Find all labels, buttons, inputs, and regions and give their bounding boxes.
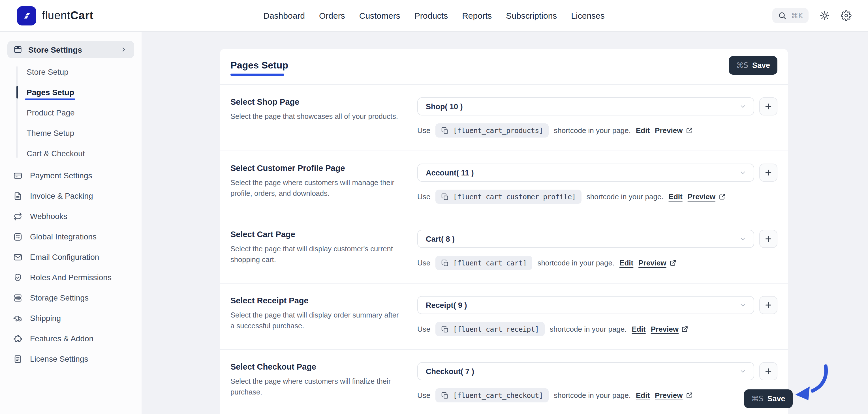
row-title: Select Receipt Page — [230, 296, 404, 305]
add-page-button[interactable] — [759, 230, 777, 248]
select-line: Receipt( 9 ) — [417, 296, 777, 314]
sidebar-sub-item[interactable]: Theme Setup — [17, 123, 142, 143]
nav-item[interactable]: Licenses — [571, 11, 604, 20]
sidebar-sections: Payment Settings Invoice & Packing Webho… — [0, 165, 142, 369]
row-label-column: Select Customer Profile Page Select the … — [230, 164, 417, 204]
brand[interactable]: fluentCart — [0, 6, 93, 25]
shortcode-pill[interactable]: [fluent_cart_cart] — [435, 256, 532, 270]
brand-name-regular: fluent — [42, 9, 70, 22]
row-title: Select Checkout Page — [230, 362, 404, 371]
sidebar-item[interactable]: License Settings — [0, 349, 142, 369]
sidebar-sub-item[interactable]: Pages Setup — [17, 82, 142, 102]
settings-row: Select Receipt Page Select the page that… — [220, 284, 788, 350]
page-select-dropdown[interactable]: Receipt( 9 ) — [417, 296, 754, 314]
add-page-button[interactable] — [759, 164, 777, 182]
selected-page-value: Receipt( 9 ) — [426, 301, 467, 309]
sidebar-item[interactable]: Shipping — [0, 308, 142, 328]
edit-link[interactable]: Edit — [636, 391, 650, 399]
page-select-dropdown[interactable]: Shop( 10 ) — [417, 97, 754, 116]
gear-icon[interactable] — [841, 10, 851, 21]
sidebar-sub-item[interactable]: Product Page — [17, 102, 142, 123]
edit-link[interactable]: Edit — [669, 192, 683, 201]
settings-row: Select Shop Page Select the page that sh… — [220, 85, 788, 151]
row-control-column: Cart( 8 ) Use — [417, 230, 777, 270]
nav-item[interactable]: Customers — [359, 11, 400, 20]
window-bottom-edge — [0, 414, 868, 416]
add-page-button[interactable] — [759, 97, 777, 116]
shortcode-pill[interactable]: [fluent_cart_receipt] — [435, 322, 545, 336]
page-select-dropdown[interactable]: Account( 11 ) — [417, 164, 754, 182]
sidebar-item-store-settings[interactable]: Store Settings — [7, 41, 134, 58]
save-button[interactable]: ⌘S Save — [729, 56, 777, 75]
row-description: Select the page that showcases all of yo… — [230, 111, 400, 122]
navbar-right-cluster: ⌘K — [773, 8, 868, 23]
edit-link[interactable]: Edit — [619, 259, 633, 267]
sidebar-sub-item[interactable]: Store Setup — [17, 62, 142, 82]
row-control-column: Account( 11 ) Use — [417, 164, 777, 204]
selected-page-value: Account( 11 ) — [426, 168, 474, 177]
sun-icon[interactable] — [819, 10, 830, 21]
preview-link[interactable]: Preview — [655, 391, 693, 399]
chevron-down-icon — [739, 169, 747, 177]
shortcode-pill[interactable]: [fluent_cart_products] — [435, 123, 549, 137]
sidebar-sub-item-label: Store Setup — [27, 67, 68, 76]
row-description: Select the page that will display order … — [230, 310, 400, 331]
sidebar-sub-item-label: Pages Setup — [27, 88, 74, 97]
preview-link[interactable]: Preview — [655, 126, 693, 135]
select-line: Account( 11 ) — [417, 164, 777, 182]
use-label: Use — [417, 391, 430, 399]
plus-icon — [764, 367, 773, 376]
sidebar-item[interactable]: Roles And Permissions — [0, 267, 142, 288]
row-title: Select Customer Profile Page — [230, 164, 404, 172]
shortcode-pill[interactable]: [fluent_cart_checkout] — [435, 388, 549, 403]
invoice-icon — [13, 191, 23, 201]
sidebar-item[interactable]: Payment Settings — [0, 165, 142, 186]
sidebar-item[interactable]: Email Configuration — [0, 247, 142, 267]
preview-link[interactable]: Preview — [639, 259, 676, 267]
preview-label: Preview — [639, 259, 666, 267]
preview-label: Preview — [655, 391, 683, 399]
add-page-button[interactable] — [759, 296, 777, 314]
preview-link[interactable]: Preview — [651, 325, 689, 333]
nav-item[interactable]: Reports — [462, 11, 492, 20]
nav-item[interactable]: Dashboard — [263, 11, 305, 20]
curved-arrow-icon — [790, 363, 831, 403]
sidebar-item[interactable]: Webhooks — [0, 206, 142, 226]
chevron-down-icon — [739, 301, 747, 309]
page-select-dropdown[interactable]: Cart( 8 ) — [417, 230, 754, 248]
truck-icon — [13, 313, 23, 323]
nav-item[interactable]: Subscriptions — [506, 11, 557, 20]
fluentcart-logo-icon — [20, 9, 33, 22]
card-header: Pages Setup ⌘S Save — [220, 49, 788, 85]
copy-icon — [441, 127, 449, 134]
sidebar-item[interactable]: Global Integrations — [0, 226, 142, 247]
shortcode-text: [fluent_cart_customer_profile] — [453, 192, 576, 201]
external-link-icon — [685, 127, 693, 134]
sidebar-item-label: Roles And Permissions — [30, 273, 112, 282]
external-link-icon — [669, 259, 677, 266]
floating-save-button[interactable]: ⌘S Save — [744, 389, 793, 408]
license-icon — [13, 354, 23, 364]
add-page-button[interactable] — [759, 362, 777, 380]
row-description: Select the page where customers will fin… — [230, 376, 400, 397]
preview-label: Preview — [655, 126, 683, 135]
edit-link[interactable]: Edit — [632, 325, 646, 333]
edit-link[interactable]: Edit — [636, 126, 650, 135]
sidebar-sub-item-label: Cart & Checkout — [27, 149, 85, 158]
preview-link[interactable]: Preview — [688, 192, 725, 201]
nav-item[interactable]: Orders — [319, 11, 345, 20]
sidebar-item[interactable]: Features & Addon — [0, 328, 142, 349]
sidebar-sub-item[interactable]: Cart & Checkout — [17, 143, 142, 164]
sidebar: Store Settings Store Setup Pages Setup P… — [0, 32, 142, 416]
search-button[interactable]: ⌘K — [773, 8, 809, 23]
sidebar-item[interactable]: Storage Settings — [0, 288, 142, 308]
page-select-dropdown[interactable]: Checkout( 7 ) — [417, 362, 754, 380]
nav-item[interactable]: Products — [414, 11, 448, 20]
external-link-icon — [685, 392, 693, 399]
copy-icon — [441, 193, 449, 201]
sidebar-item[interactable]: Invoice & Packing — [0, 186, 142, 206]
plus-icon — [764, 168, 773, 177]
shortcode-pill[interactable]: [fluent_cart_customer_profile] — [435, 190, 582, 204]
main-nav: Dashboard Orders Customers Products Repo… — [263, 0, 605, 31]
plus-icon — [764, 102, 773, 111]
